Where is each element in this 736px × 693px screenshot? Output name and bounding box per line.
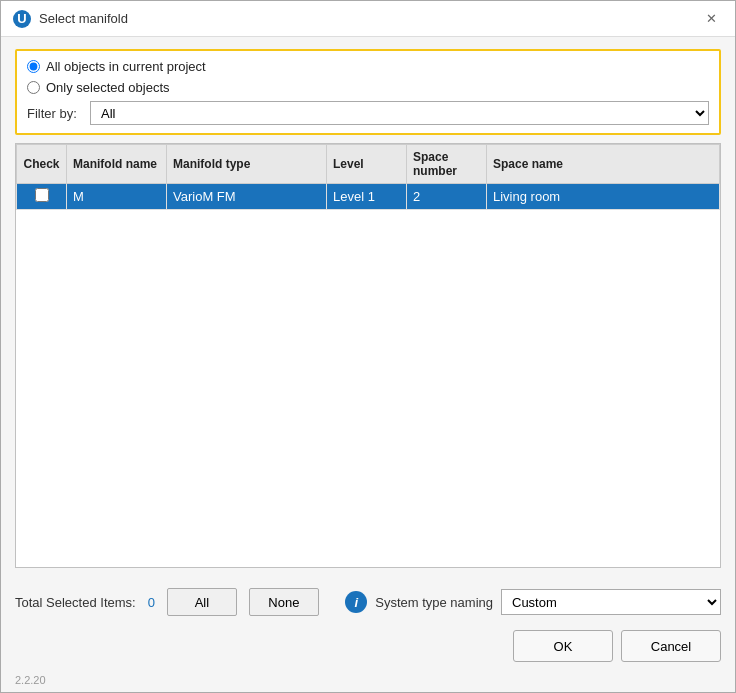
radio-all-row: All objects in current project	[27, 59, 709, 74]
row-manifold-type: VarioM FM	[167, 184, 327, 210]
table-header: Check Manifold name Manifold type Level …	[17, 145, 720, 184]
action-buttons: OK Cancel	[1, 624, 735, 672]
col-level: Level	[327, 145, 407, 184]
bottom-bar: Total Selected Items: 0 All None i Syste…	[1, 580, 735, 624]
naming-select[interactable]: Custom Standard Default	[501, 589, 721, 615]
info-icon: i	[345, 591, 367, 613]
row-check-cell[interactable]	[17, 184, 67, 210]
manifold-table: Check Manifold name Manifold type Level …	[16, 144, 720, 210]
title-bar-left: U Select manifold	[13, 10, 128, 28]
row-level: Level 1	[327, 184, 407, 210]
col-check: Check	[17, 145, 67, 184]
row-space-number: 2	[407, 184, 487, 210]
radio-selected-row: Only selected objects	[27, 80, 709, 95]
select-manifold-dialog: U Select manifold ✕ All objects in curre…	[0, 0, 736, 693]
ok-button[interactable]: OK	[513, 630, 613, 662]
radio-all-label[interactable]: All objects in current project	[46, 59, 206, 74]
system-naming-label: System type naming	[375, 595, 493, 610]
total-selected-count: 0	[148, 595, 155, 610]
col-manifold-name: Manifold name	[67, 145, 167, 184]
header-row: Check Manifold name Manifold type Level …	[17, 145, 720, 184]
table-row[interactable]: M VarioM FM Level 1 2 Living room	[17, 184, 720, 210]
bottom-row1: Total Selected Items: 0 All None i Syste…	[15, 588, 721, 616]
filter-by-label: Filter by:	[27, 106, 82, 121]
close-icon: ✕	[706, 11, 717, 26]
radio-selected-objects[interactable]	[27, 81, 40, 94]
row-manifold-name: M	[67, 184, 167, 210]
dialog-title: Select manifold	[39, 11, 128, 26]
radio-all-objects[interactable]	[27, 60, 40, 73]
btn-all[interactable]: All	[167, 588, 237, 616]
dialog-body: All objects in current project Only sele…	[1, 37, 735, 580]
table-body: M VarioM FM Level 1 2 Living room	[17, 184, 720, 210]
manifold-table-container: Check Manifold name Manifold type Level …	[15, 143, 721, 568]
close-button[interactable]: ✕	[699, 7, 723, 31]
row-space-name: Living room	[487, 184, 720, 210]
title-bar: U Select manifold ✕	[1, 1, 735, 37]
row-checkbox[interactable]	[35, 188, 49, 202]
col-manifold-type: Manifold type	[167, 145, 327, 184]
app-logo: U	[13, 10, 31, 28]
filter-section: All objects in current project Only sele…	[15, 49, 721, 135]
version-label: 2.2.20	[1, 672, 735, 692]
total-selected-label: Total Selected Items:	[15, 595, 136, 610]
filter-select[interactable]: All	[90, 101, 709, 125]
radio-selected-label[interactable]: Only selected objects	[46, 80, 170, 95]
btn-none[interactable]: None	[249, 588, 319, 616]
system-naming-area: i System type naming Custom Standard Def…	[331, 589, 721, 615]
col-space-name: Space name	[487, 145, 720, 184]
cancel-button[interactable]: Cancel	[621, 630, 721, 662]
col-space-number: Space number	[407, 145, 487, 184]
filter-row: Filter by: All	[27, 101, 709, 125]
